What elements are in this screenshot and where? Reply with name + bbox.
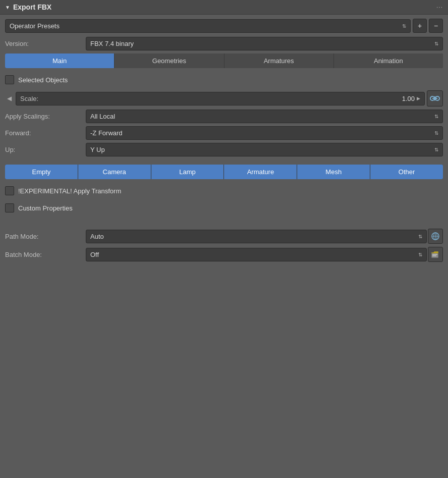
apply-transform-row: !EXPERIMENTAL! Apply Transform bbox=[5, 184, 443, 197]
forward-row: Forward: -Z Forward ⇅ bbox=[5, 126, 443, 140]
apply-scalings-dropdown[interactable]: All Local ⇅ bbox=[86, 110, 443, 123]
collapse-triangle-icon[interactable]: ▼ bbox=[5, 5, 10, 10]
custom-properties-label: Custom Properties bbox=[18, 204, 73, 212]
forward-arrows-icon: ⇅ bbox=[434, 130, 438, 136]
selected-objects-checkbox[interactable] bbox=[5, 75, 14, 84]
scale-link-icon[interactable] bbox=[427, 90, 443, 107]
forward-value: -Z Forward bbox=[90, 129, 123, 137]
selected-objects-label: Selected Objects bbox=[18, 76, 68, 84]
up-value: Y Up bbox=[90, 146, 105, 153]
add-preset-button[interactable]: + bbox=[413, 19, 427, 33]
operator-presets-row: Operator Presets ⇅ + − bbox=[5, 19, 443, 33]
scale-value: 1.00 bbox=[402, 95, 415, 102]
batch-mode-value: Off bbox=[90, 251, 99, 258]
panel-options-icon[interactable]: ··· bbox=[436, 4, 443, 11]
type-tab-mesh[interactable]: Mesh bbox=[297, 165, 370, 179]
path-mode-row: Path Mode: Auto ⇅ bbox=[5, 229, 443, 244]
up-row: Up: Y Up ⇅ bbox=[5, 143, 443, 156]
scale-label: Scale: bbox=[20, 95, 38, 102]
presets-arrows-icon: ⇅ bbox=[402, 23, 406, 29]
svg-rect-11 bbox=[432, 255, 436, 256]
up-arrows-icon: ⇅ bbox=[434, 147, 438, 152]
scale-slider[interactable]: Scale: 1.00 ▶ bbox=[16, 92, 425, 105]
batch-mode-arrows-icon: ⇅ bbox=[418, 252, 422, 257]
apply-scalings-value: All Local bbox=[90, 113, 115, 120]
tab-armatures[interactable]: Armatures bbox=[225, 54, 333, 68]
batch-mode-dropdown[interactable]: Off ⇅ bbox=[86, 248, 427, 261]
up-label: Up: bbox=[5, 146, 86, 153]
type-tab-lamp[interactable]: Lamp bbox=[151, 165, 224, 179]
scale-left-arrow-icon[interactable]: ◀ bbox=[5, 95, 14, 102]
path-mode-dropdown[interactable]: Auto ⇅ bbox=[86, 230, 427, 243]
batch-mode-row: Batch Mode: Off ⇅ bbox=[5, 247, 443, 262]
panel-header: ▼ Export FBX ··· bbox=[0, 0, 448, 15]
type-tab-armature[interactable]: Armature bbox=[224, 165, 297, 179]
up-dropdown[interactable]: Y Up ⇅ bbox=[86, 143, 443, 156]
operator-presets-label: Operator Presets bbox=[10, 22, 60, 30]
version-dropdown[interactable]: FBX 7.4 binary ⇅ bbox=[86, 37, 443, 50]
forward-dropdown[interactable]: -Z Forward ⇅ bbox=[86, 126, 443, 140]
version-arrows-icon: ⇅ bbox=[434, 41, 438, 46]
apply-scalings-label: Apply Scalings: bbox=[5, 113, 86, 120]
path-mode-arrows-icon: ⇅ bbox=[418, 234, 422, 239]
apply-scalings-arrows-icon: ⇅ bbox=[434, 114, 438, 119]
main-tabs: Main Geometries Armatures Animation bbox=[5, 54, 443, 68]
custom-properties-checkbox[interactable] bbox=[5, 203, 14, 213]
type-tab-other[interactable]: Other bbox=[370, 165, 443, 179]
scale-right-arrow-icon: ▶ bbox=[417, 96, 420, 101]
tab-geometries[interactable]: Geometries bbox=[115, 54, 223, 68]
path-mode-icon[interactable] bbox=[428, 229, 443, 244]
remove-preset-button[interactable]: − bbox=[429, 19, 443, 33]
export-fbx-panel: ▼ Export FBX ··· Operator Presets ⇅ + − … bbox=[0, 0, 448, 269]
batch-mode-label: Batch Mode: bbox=[5, 251, 86, 258]
panel-title: Export FBX bbox=[13, 3, 51, 11]
path-mode-value: Auto bbox=[90, 233, 104, 240]
apply-transform-label: !EXPERIMENTAL! Apply Transform bbox=[18, 187, 121, 195]
version-row: Version: FBX 7.4 binary ⇅ bbox=[5, 37, 443, 50]
scale-row: ◀ Scale: 1.00 ▶ bbox=[5, 90, 443, 107]
batch-mode-icon[interactable] bbox=[428, 247, 443, 262]
object-type-tabs: Empty Camera Lamp Armature Mesh Other bbox=[5, 165, 443, 179]
version-label: Version: bbox=[5, 40, 86, 47]
version-value: FBX 7.4 binary bbox=[90, 40, 134, 47]
selected-objects-row: Selected Objects bbox=[5, 73, 443, 86]
tab-main[interactable]: Main bbox=[5, 54, 114, 68]
apply-scalings-row: Apply Scalings: All Local ⇅ bbox=[5, 110, 443, 123]
forward-label: Forward: bbox=[5, 129, 86, 137]
path-mode-label: Path Mode: bbox=[5, 233, 86, 240]
type-tab-camera[interactable]: Camera bbox=[78, 165, 151, 179]
tab-animation[interactable]: Animation bbox=[334, 54, 443, 68]
svg-rect-10 bbox=[432, 254, 437, 255]
scale-link-svg bbox=[430, 94, 440, 102]
operator-presets-dropdown[interactable]: Operator Presets ⇅ bbox=[5, 19, 411, 33]
type-tab-empty[interactable]: Empty bbox=[5, 165, 78, 179]
apply-transform-checkbox[interactable] bbox=[5, 186, 14, 195]
custom-properties-row: Custom Properties bbox=[5, 201, 443, 215]
